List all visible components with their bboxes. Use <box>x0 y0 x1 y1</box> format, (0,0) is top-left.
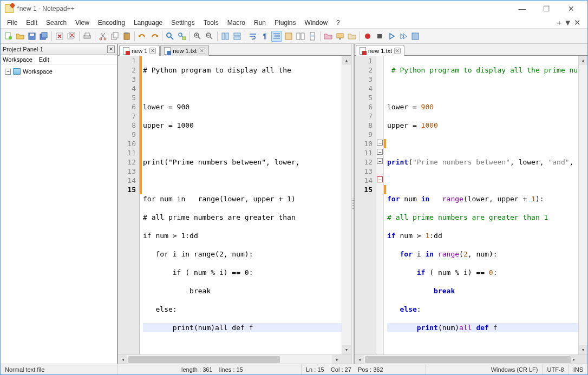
open-file-icon[interactable] <box>15 31 25 42</box>
folder-open-icon[interactable] <box>347 31 357 42</box>
menu-run[interactable]: Run <box>250 18 270 28</box>
workspace-label: Workspace <box>23 68 53 75</box>
lang-box-icon[interactable] <box>283 31 294 42</box>
new-file-icon[interactable] <box>3 31 14 42</box>
tab-new-1[interactable]: new 1 ✕ <box>119 45 160 56</box>
code-area-right[interactable]: 123456789101112131415 ‒ ‒ ‒ ‒ # Python p… <box>355 56 587 354</box>
code-area-left[interactable]: 123456789101112131415 # Python program t… <box>118 56 351 354</box>
play-multi-icon[interactable] <box>398 31 409 42</box>
scroll-down-icon[interactable]: ▾ <box>579 345 587 354</box>
close-button[interactable]: ✕ <box>559 1 583 16</box>
window-title: *new 1 - Notepad++ <box>17 5 510 12</box>
vertical-scrollbar[interactable]: ▴ ▾ <box>342 56 351 354</box>
code-text-right[interactable]: # Python program to display all the prim… <box>386 56 578 354</box>
fold-icon[interactable]: ‒ <box>377 158 383 164</box>
menu-view[interactable]: View <box>71 18 94 28</box>
collapse-icon[interactable]: ‒ <box>5 69 11 75</box>
play-icon[interactable] <box>386 31 397 42</box>
doc-map-icon[interactable] <box>307 31 318 42</box>
panel-close-button[interactable]: ✕ <box>107 45 115 53</box>
workspace-node[interactable]: ‒ Workspace <box>3 68 115 75</box>
show-all-chars-icon[interactable]: ¶ <box>259 31 270 42</box>
wrap-icon[interactable] <box>247 31 258 42</box>
status-insert-mode[interactable]: INS <box>569 364 587 374</box>
horizontal-scrollbar[interactable]: ◂ ▸ <box>118 354 351 364</box>
scroll-right-icon[interactable]: ▸ <box>332 355 342 364</box>
toolbar: ¶ <box>1 29 587 44</box>
maximize-button[interactable]: ☐ <box>534 1 559 16</box>
minimize-button[interactable]: — <box>510 1 534 16</box>
tab-close-icon[interactable]: ✕ <box>394 48 401 54</box>
zoom-out-icon[interactable] <box>204 31 215 42</box>
print-icon[interactable] <box>82 31 93 42</box>
svg-rect-16 <box>125 32 128 34</box>
tab-close-icon[interactable]: ✕ <box>199 48 205 54</box>
project-panel-title: Project Panel 1 ✕ <box>1 44 117 55</box>
scroll-left-icon[interactable]: ◂ <box>118 355 127 364</box>
menu-settings[interactable]: Settings <box>167 18 199 28</box>
menu-window[interactable]: Window <box>300 18 332 28</box>
file-unsaved-icon <box>123 47 129 55</box>
menu-search[interactable]: Search <box>42 18 71 28</box>
editor-pane-right: new 1.txt ✕ 123456789101112131415 ‒ ‒ ‒ … <box>354 44 587 364</box>
code-text-left[interactable]: # Python program to display all the lowe… <box>142 56 342 354</box>
fold-icon[interactable]: ‒ <box>377 149 383 155</box>
undo-icon[interactable] <box>137 31 148 42</box>
tab-new-1-txt-right[interactable]: new 1.txt ✕ <box>356 45 404 56</box>
paste-icon[interactable] <box>121 31 132 42</box>
zoom-in-icon[interactable] <box>192 31 203 42</box>
pp-menu-edit[interactable]: Edit <box>39 56 49 63</box>
sync-h-icon[interactable] <box>232 31 243 42</box>
redo-icon[interactable] <box>149 31 160 42</box>
menu-encoding[interactable]: Encoding <box>94 18 129 28</box>
tab-new-1-txt[interactable]: new 1.txt ✕ <box>160 45 209 56</box>
menu-macro[interactable]: Macro <box>223 18 250 28</box>
close-all-icon[interactable] <box>66 31 77 42</box>
vertical-scrollbar[interactable]: ▴ ▾ <box>578 56 587 354</box>
function-list-icon[interactable] <box>295 31 306 42</box>
status-doc-type: Normal text file <box>1 364 117 374</box>
replace-icon[interactable] <box>177 31 187 42</box>
stop-icon[interactable] <box>374 31 385 42</box>
menu-edit[interactable]: Edit <box>22 18 42 28</box>
save-icon[interactable] <box>27 31 37 42</box>
menu-tools[interactable]: Tools <box>199 18 223 28</box>
status-eol[interactable]: Windows (CR LF) <box>487 364 543 374</box>
file-unsaved-icon <box>360 47 366 55</box>
close-icon[interactable]: ✕ <box>574 18 581 28</box>
menu-help[interactable]: ? <box>332 18 344 28</box>
menu-plugins[interactable]: Plugins <box>270 18 300 28</box>
horizontal-scrollbar[interactable]: ◂ ▸ <box>355 354 587 364</box>
add-icon[interactable]: + <box>557 18 561 28</box>
line-numbers: 123456789101112131415 <box>355 56 376 354</box>
dropdown-icon[interactable]: ▼ <box>564 18 572 28</box>
pane-splitter[interactable] <box>351 44 354 364</box>
sync-v-icon[interactable] <box>220 31 231 42</box>
fold-icon[interactable]: ‒ <box>377 176 383 182</box>
folder-icon[interactable] <box>323 31 334 42</box>
pp-menu-workspace[interactable]: Workspace <box>3 56 32 63</box>
status-encoding[interactable]: UTF-8 <box>543 364 569 374</box>
save-macro-icon[interactable] <box>410 31 421 42</box>
scroll-down-icon[interactable]: ▾ <box>342 345 351 354</box>
menu-language[interactable]: Language <box>129 18 167 28</box>
tab-close-icon[interactable]: ✕ <box>149 48 156 54</box>
svg-rect-14 <box>113 32 118 38</box>
scroll-up-icon[interactable]: ▴ <box>342 56 351 65</box>
record-icon[interactable] <box>362 31 373 42</box>
scroll-left-icon[interactable]: ◂ <box>355 355 364 364</box>
monitor-icon[interactable] <box>335 31 345 42</box>
indent-guide-icon[interactable] <box>271 31 282 42</box>
menu-file[interactable]: File <box>3 18 22 28</box>
tab-strip-right: new 1.txt ✕ <box>355 44 587 56</box>
find-icon[interactable] <box>165 31 175 42</box>
tab-strip-left: new 1 ✕ new 1.txt ✕ <box>118 44 351 56</box>
fold-icon[interactable]: ‒ <box>377 140 383 146</box>
save-all-icon[interactable] <box>38 31 49 42</box>
cut-icon[interactable] <box>97 31 108 42</box>
workspace-icon <box>13 68 21 75</box>
svg-rect-24 <box>234 33 240 36</box>
scroll-up-icon[interactable]: ▴ <box>579 56 587 65</box>
close-file-icon[interactable] <box>54 31 65 42</box>
copy-icon[interactable] <box>109 31 120 42</box>
